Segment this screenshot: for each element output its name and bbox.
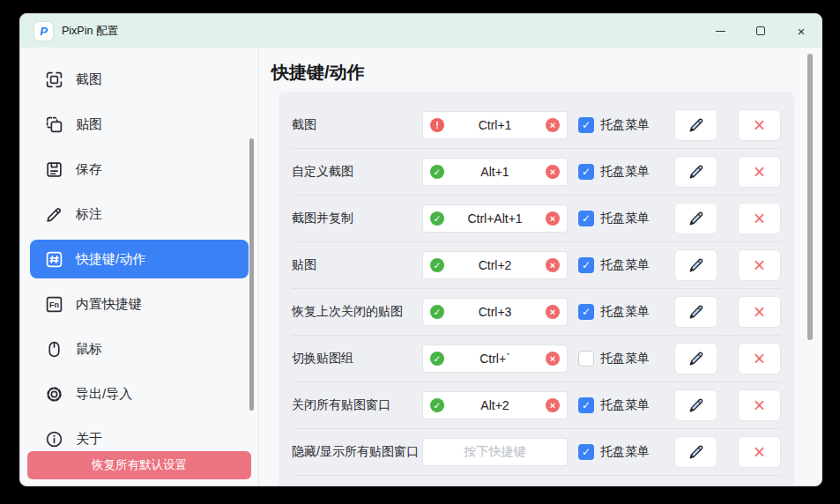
- restore-defaults-button[interactable]: 恢复所有默认设置: [27, 451, 251, 479]
- delete-x-icon: ×: [754, 162, 765, 182]
- sidebar-item-label: 内置快捷键: [76, 296, 142, 313]
- delete-hotkey-button[interactable]: ×: [738, 436, 781, 468]
- maximize-icon: [756, 26, 765, 35]
- svg-text:Fn: Fn: [49, 300, 59, 309]
- minimize-button[interactable]: [700, 14, 740, 48]
- delete-hotkey-button[interactable]: ×: [738, 249, 781, 281]
- tray-menu-checkbox[interactable]: ✓: [578, 117, 594, 133]
- tray-menu-checkbox[interactable]: ✓: [578, 397, 594, 413]
- hotkey-row: 关闭所有贴图窗口 ✓ Alt+2 × ✓ 托盘菜单 ×: [292, 382, 781, 429]
- close-icon: ×: [798, 24, 806, 39]
- sidebar-item-label: 快捷键/动作: [76, 251, 145, 268]
- clear-circle-icon[interactable]: ×: [546, 398, 560, 412]
- success-icon: ✓: [430, 352, 444, 366]
- sidebar-item-8[interactable]: 导出/导入: [30, 374, 249, 413]
- hotkey-row: 自定义截图 ✓ Alt+1 × ✓ 托盘菜单 ×: [292, 149, 781, 196]
- fn-key-icon: Fn: [45, 295, 63, 314]
- hotkey-value: Alt+2: [444, 398, 546, 412]
- sidebar-scrollbar-thumb[interactable]: [249, 138, 254, 411]
- sidebar-item-7[interactable]: 鼠标: [30, 330, 249, 368]
- tray-menu-label: 托盘菜单: [600, 304, 653, 320]
- hotkey-input[interactable]: ✓ Ctrl+2 ×: [422, 251, 568, 279]
- edit-hotkey-button[interactable]: [674, 343, 717, 374]
- tray-menu-checkbox[interactable]: [578, 351, 594, 367]
- tray-menu-checkbox[interactable]: ✓: [578, 444, 594, 460]
- hotkey-hash-icon: [45, 250, 63, 269]
- hotkey-action-label: 截图并复制: [292, 211, 422, 226]
- delete-x-icon: ×: [754, 209, 765, 229]
- clear-circle-icon[interactable]: ×: [546, 305, 560, 319]
- maximize-button[interactable]: [740, 14, 781, 48]
- edit-hotkey-button[interactable]: [674, 389, 717, 421]
- sidebar-item-label: 导出/导入: [76, 386, 132, 403]
- tray-menu-checkbox[interactable]: ✓: [578, 257, 594, 273]
- edit-hotkey-button[interactable]: [674, 249, 717, 281]
- edit-pencil-icon: [688, 116, 705, 134]
- edit-hotkey-button[interactable]: [674, 109, 717, 141]
- hotkey-value: Ctrl+Alt+1: [444, 211, 546, 226]
- hotkey-action-label: 自定义截图: [292, 164, 422, 180]
- hotkey-action-label: 截图: [292, 117, 422, 133]
- edit-pencil-icon: [688, 163, 705, 181]
- hotkey-row: 截图并复制 ✓ Ctrl+Alt+1 × ✓ 托盘菜单 ×: [292, 196, 781, 242]
- hotkey-value: Alt+1: [444, 165, 546, 179]
- main-scrollbar-thumb[interactable]: [807, 54, 813, 340]
- tray-menu-checkbox[interactable]: ✓: [578, 304, 594, 320]
- tray-menu-label: 托盘菜单: [600, 117, 653, 133]
- close-button[interactable]: ×: [781, 14, 821, 48]
- sidebar-item-1[interactable]: 截图: [30, 60, 249, 99]
- page-title: 快捷键/动作: [271, 61, 365, 85]
- sidebar-item-label: 标注: [76, 206, 102, 223]
- clear-circle-icon[interactable]: ×: [546, 118, 560, 132]
- hotkey-input[interactable]: ✓ Alt+2 ×: [422, 391, 568, 419]
- edit-hotkey-button[interactable]: [674, 436, 717, 468]
- sidebar-item-5[interactable]: 快捷键/动作: [30, 240, 249, 278]
- sidebar-item-3[interactable]: 保存: [30, 150, 249, 189]
- edit-pencil-icon: [688, 256, 705, 274]
- clear-circle-icon[interactable]: ×: [546, 258, 560, 272]
- sidebar-item-4[interactable]: 标注: [30, 195, 249, 233]
- delete-x-icon: ×: [754, 396, 765, 416]
- hotkey-input[interactable]: ✓ Ctrl+3 ×: [422, 298, 568, 326]
- tray-menu-label: 托盘菜单: [600, 257, 653, 273]
- success-icon: ✓: [430, 211, 444, 226]
- edit-pencil-icon: [688, 350, 705, 367]
- hotkey-input[interactable]: ✓ Ctrl+Alt+1 ×: [422, 204, 568, 233]
- sidebar-item-2[interactable]: 贴图: [30, 105, 249, 144]
- hotkey-action-label: 贴图: [292, 257, 422, 273]
- delete-hotkey-button[interactable]: ×: [738, 156, 781, 188]
- delete-hotkey-button[interactable]: ×: [738, 203, 781, 234]
- success-icon: ✓: [430, 258, 444, 272]
- tray-menu-checkbox[interactable]: ✓: [578, 164, 594, 180]
- hotkey-action-label: 关闭所有贴图窗口: [292, 397, 422, 413]
- delete-hotkey-button[interactable]: ×: [738, 109, 781, 141]
- tray-menu-checkbox[interactable]: ✓: [578, 211, 594, 226]
- hotkey-value: Ctrl+2: [444, 258, 546, 272]
- hotkey-input[interactable]: ✓ Ctrl+` ×: [422, 345, 568, 373]
- hotkey-row: 贴图 ✓ Ctrl+2 × ✓ 托盘菜单 ×: [292, 242, 781, 289]
- edit-hotkey-button[interactable]: [674, 203, 717, 234]
- delete-hotkey-button[interactable]: ×: [738, 296, 781, 328]
- hotkey-action-label: 隐藏/显示所有贴图窗口: [292, 444, 422, 460]
- success-icon: ✓: [430, 398, 444, 412]
- edit-hotkey-button[interactable]: [674, 296, 717, 328]
- window-controls: ×: [700, 14, 821, 48]
- sidebar-item-6[interactable]: Fn 内置快捷键: [30, 285, 249, 323]
- delete-hotkey-button[interactable]: ×: [738, 389, 781, 421]
- tray-menu-label: 托盘菜单: [600, 351, 653, 367]
- clear-circle-icon[interactable]: ×: [546, 211, 560, 226]
- clear-circle-icon[interactable]: ×: [546, 165, 560, 179]
- hotkey-input[interactable]: ✓ Alt+1 ×: [422, 158, 568, 186]
- hotkey-input[interactable]: ! Ctrl+1 ×: [422, 111, 568, 139]
- hotkey-value: Ctrl+`: [444, 352, 546, 366]
- warning-icon: !: [430, 118, 444, 132]
- sidebar-item-label: 截图: [76, 71, 102, 88]
- minimize-icon: [716, 31, 725, 32]
- pixpin-logo-icon: P: [34, 22, 53, 41]
- sidebar: 截图 贴图 保存 标注 快捷键/动作 Fn 内置快捷键 鼠标 导出/导入: [20, 48, 258, 485]
- hotkey-input[interactable]: 按下快捷键: [422, 438, 568, 466]
- delete-hotkey-button[interactable]: ×: [738, 343, 781, 374]
- pin-image-icon: [45, 115, 63, 134]
- edit-hotkey-button[interactable]: [674, 156, 717, 188]
- clear-circle-icon[interactable]: ×: [546, 352, 560, 366]
